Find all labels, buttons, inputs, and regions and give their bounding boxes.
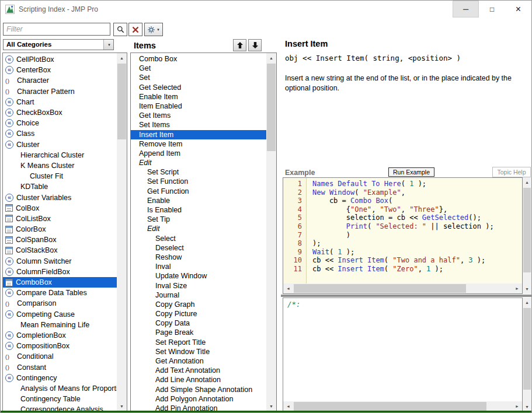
category-item[interactable]: «Class bbox=[3, 128, 117, 139]
item-row[interactable]: Copy Graph bbox=[131, 300, 266, 309]
category-item[interactable]: «CompletionBox bbox=[3, 330, 117, 341]
category-item[interactable]: K Means Cluster bbox=[3, 160, 117, 171]
scrollbar-thumb[interactable] bbox=[294, 402, 486, 411]
category-item[interactable]: ColBox bbox=[3, 203, 117, 214]
scrollbar-thumb[interactable] bbox=[523, 188, 531, 272]
category-select-arrow[interactable]: ▼ bbox=[103, 40, 113, 50]
minimize-button[interactable]: ─ bbox=[453, 1, 479, 18]
category-item[interactable]: Contingency Table bbox=[3, 394, 117, 404]
category-item[interactable]: ColSpanBox bbox=[3, 235, 117, 245]
topic-help-button[interactable]: Topic Help bbox=[492, 167, 531, 177]
item-row[interactable]: Journal bbox=[131, 290, 266, 300]
maximize-button[interactable]: □ bbox=[479, 1, 505, 18]
item-row[interactable]: Edit bbox=[131, 224, 266, 233]
log-horizontal-scrollbar[interactable]: ◄ ► bbox=[283, 401, 522, 411]
category-item[interactable]: Cluster Fit bbox=[3, 171, 117, 181]
item-row[interactable]: Inval bbox=[131, 262, 266, 271]
item-row[interactable]: Insert Item bbox=[131, 130, 266, 139]
scroll-down-icon[interactable]: ▼ bbox=[266, 401, 276, 411]
item-row[interactable]: Set Function bbox=[131, 177, 266, 186]
item-row[interactable]: Set Report Title bbox=[131, 338, 266, 347]
scrollbar-thumb[interactable] bbox=[294, 284, 466, 293]
search-button[interactable] bbox=[113, 23, 127, 36]
scroll-up-icon[interactable]: ▲ bbox=[117, 53, 127, 63]
category-item[interactable]: «CellPlotBox bbox=[3, 54, 117, 65]
category-item[interactable]: «Chart bbox=[3, 97, 117, 107]
category-item[interactable]: «Compare Data Tables bbox=[3, 288, 117, 298]
item-row[interactable]: Copy Picture bbox=[131, 309, 266, 318]
category-item[interactable]: ( )Constant bbox=[3, 362, 117, 372]
item-row[interactable]: Remove Item bbox=[131, 139, 266, 149]
item-row[interactable]: Get Annotation bbox=[131, 356, 266, 366]
item-row[interactable]: Inval Size bbox=[131, 281, 266, 290]
items-list-scrollbar[interactable]: ▲ ▼ bbox=[266, 53, 276, 411]
item-row[interactable]: Add Line Annotation bbox=[131, 375, 266, 384]
scroll-up-icon[interactable]: ▲ bbox=[266, 53, 276, 63]
pane-splitter[interactable] bbox=[281, 295, 532, 297]
item-row[interactable]: Get Items bbox=[131, 111, 266, 120]
close-button[interactable]: × bbox=[505, 1, 531, 18]
item-row[interactable]: Enable Item bbox=[131, 92, 266, 102]
item-row[interactable]: Set Items bbox=[131, 120, 266, 130]
category-item[interactable]: «CompositionBox bbox=[3, 341, 117, 351]
code-vertical-scrollbar[interactable]: ▲ ▼ bbox=[523, 177, 531, 294]
category-item[interactable]: «CheckBoxBox bbox=[3, 107, 117, 118]
scroll-down-icon[interactable]: ▼ bbox=[117, 401, 127, 411]
scroll-left-icon[interactable]: ◄ bbox=[283, 401, 293, 411]
category-item[interactable]: ComboBox bbox=[3, 277, 117, 288]
scroll-right-icon[interactable]: ► bbox=[512, 284, 522, 293]
category-item[interactable]: «Cluster bbox=[3, 139, 117, 150]
item-row[interactable]: Page Break bbox=[131, 328, 266, 337]
scrollbar-thumb[interactable] bbox=[267, 64, 276, 151]
run-example-button[interactable]: Run Example bbox=[388, 167, 434, 177]
category-item[interactable]: «CenterBox bbox=[3, 65, 117, 75]
category-item[interactable]: ( )Conditional bbox=[3, 351, 117, 362]
scrollbar-thumb[interactable] bbox=[523, 308, 531, 390]
category-item[interactable]: «Competing Cause bbox=[3, 309, 117, 320]
item-row[interactable]: Set Window Title bbox=[131, 347, 266, 356]
item-row[interactable]: Update Window bbox=[131, 271, 266, 281]
item-row[interactable]: Set Tip bbox=[131, 215, 266, 224]
category-select[interactable]: All Categories ▼ bbox=[3, 39, 114, 50]
category-item[interactable]: Hierarchical Cluster bbox=[3, 150, 117, 160]
category-item[interactable]: KDTable bbox=[3, 181, 117, 192]
category-item[interactable]: ( )Character Pattern bbox=[3, 86, 117, 97]
next-item-button[interactable] bbox=[248, 39, 262, 51]
category-item[interactable]: «ColumnFieldBox bbox=[3, 267, 117, 277]
item-row[interactable]: Set Script bbox=[131, 167, 266, 177]
category-item[interactable]: ( )Comparison bbox=[3, 298, 117, 309]
item-row[interactable]: Get Function bbox=[131, 187, 266, 196]
scroll-down-icon[interactable]: ▼ bbox=[523, 284, 531, 294]
log-vertical-scrollbar[interactable]: ▲ ▼ bbox=[523, 298, 531, 412]
scroll-up-icon[interactable]: ▲ bbox=[523, 177, 531, 187]
clear-filter-button[interactable] bbox=[128, 23, 142, 36]
item-row[interactable]: Append Item bbox=[131, 149, 266, 158]
code-horizontal-scrollbar[interactable]: ◄ ► bbox=[283, 284, 522, 293]
item-row[interactable]: Set bbox=[131, 73, 266, 82]
scroll-left-icon[interactable]: ◄ bbox=[283, 284, 293, 293]
prev-item-button[interactable] bbox=[233, 39, 246, 51]
item-row[interactable]: Combo Box bbox=[131, 54, 266, 64]
category-item[interactable]: ColListBox bbox=[3, 214, 117, 224]
category-list-scrollbar[interactable]: ▲ ▼ bbox=[117, 53, 127, 411]
scroll-right-icon[interactable]: ► bbox=[512, 401, 522, 411]
item-row[interactable]: Reshow bbox=[131, 253, 266, 262]
example-code-editor[interactable]: 1234567891011 Names Default To Here( 1 )… bbox=[283, 177, 523, 294]
item-row[interactable]: Select bbox=[131, 234, 266, 243]
item-row[interactable]: Add Simple Shape Annotation bbox=[131, 385, 266, 394]
item-row[interactable]: Add Text Annotation bbox=[131, 366, 266, 375]
scroll-up-icon[interactable]: ▲ bbox=[523, 298, 531, 307]
filter-input[interactable] bbox=[3, 23, 110, 36]
example-log-pane[interactable]: /*: ◄ ► bbox=[283, 298, 523, 412]
item-row[interactable]: Item Enabled bbox=[131, 102, 266, 111]
item-row[interactable]: Is Enabled bbox=[131, 205, 266, 215]
item-row[interactable]: Get Selected bbox=[131, 83, 266, 92]
item-row[interactable]: Edit bbox=[131, 158, 266, 167]
category-item[interactable]: ColStackBox bbox=[3, 245, 117, 256]
category-item[interactable]: «Choice bbox=[3, 118, 117, 128]
category-item[interactable]: ColorBox bbox=[3, 224, 117, 235]
item-row[interactable]: Add Polygon Annotation bbox=[131, 394, 266, 404]
scrollbar-thumb[interactable] bbox=[117, 64, 126, 139]
category-item[interactable]: «Cluster Variables bbox=[3, 192, 117, 202]
item-row[interactable]: Copy Data bbox=[131, 318, 266, 328]
